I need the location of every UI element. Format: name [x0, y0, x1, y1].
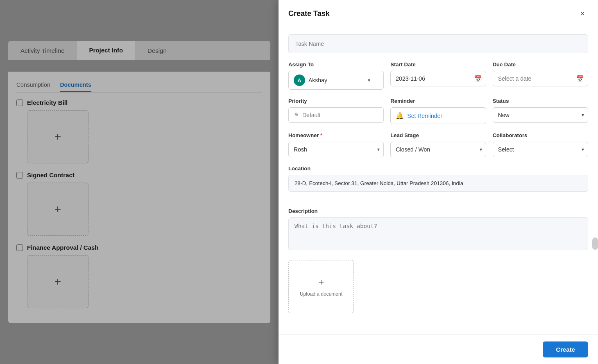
- description-group: Description: [288, 208, 588, 260]
- location-label: Location: [288, 165, 588, 172]
- create-task-modal: Create Task × Assign To A Akshay ▾ Start…: [279, 0, 598, 364]
- status-group: Status New In Progress Completed Closed …: [493, 98, 588, 124]
- description-textarea[interactable]: [288, 217, 588, 250]
- priority-select[interactable]: ⚑ Default: [288, 107, 384, 123]
- status-select-wrapper: New In Progress Completed Closed ▾: [493, 107, 588, 123]
- modal-header: Create Task ×: [279, 0, 598, 26]
- form-row-1: Assign To A Akshay ▾ Start Date 📅 Due Da…: [288, 61, 588, 90]
- form-row-3: Homeowner * Rosh ▾ Lead Stage New In Pro…: [288, 132, 588, 157]
- assign-to-value: Akshay: [308, 77, 327, 84]
- modal-footer: Create: [279, 335, 598, 364]
- status-select[interactable]: New In Progress Completed Closed: [493, 107, 588, 123]
- description-label: Description: [288, 208, 588, 214]
- priority-label: Priority: [288, 98, 384, 104]
- lead-stage-group: Lead Stage New In Progress Closed / Won …: [390, 132, 486, 157]
- form-row-2: Priority ⚑ Default Reminder 🔔 Set Remind…: [288, 98, 588, 124]
- upload-plus-icon: +: [318, 276, 324, 288]
- assign-to-select[interactable]: A Akshay ▾: [288, 71, 384, 90]
- reminder-icon: 🔔: [396, 112, 404, 120]
- assign-to-group: Assign To A Akshay ▾: [288, 61, 384, 90]
- modal-close-button[interactable]: ×: [577, 7, 588, 20]
- assign-to-label: Assign To: [288, 61, 384, 68]
- avatar: A: [294, 75, 305, 86]
- modal-title: Create Task: [288, 9, 330, 18]
- reminder-group: Reminder 🔔 Set Reminder: [390, 98, 486, 124]
- priority-value: Default: [302, 112, 320, 118]
- upload-doc-box[interactable]: + Upload a document: [288, 260, 354, 313]
- task-name-input[interactable]: [288, 34, 588, 53]
- start-date-wrapper: 📅: [390, 71, 486, 86]
- collaborators-select-wrapper: Select ▾: [493, 142, 588, 157]
- upload-doc-text: Upload a document: [300, 291, 342, 297]
- modal-body: Assign To A Akshay ▾ Start Date 📅 Due Da…: [279, 26, 598, 335]
- flag-icon: ⚑: [294, 112, 299, 118]
- reminder-label: Reminder: [390, 98, 486, 104]
- modal-overlay: [0, 0, 279, 364]
- create-button[interactable]: Create: [543, 341, 588, 357]
- start-date-input[interactable]: [390, 71, 486, 86]
- lead-stage-label: Lead Stage: [390, 132, 486, 138]
- reminder-value: Set Reminder: [407, 113, 442, 119]
- start-date-label: Start Date: [390, 61, 486, 68]
- location-group: Location: [288, 165, 588, 200]
- homeowner-select[interactable]: Rosh: [288, 142, 384, 157]
- collaborators-label: Collaborators: [493, 132, 588, 138]
- priority-group: Priority ⚑ Default: [288, 98, 384, 124]
- location-input[interactable]: [288, 175, 588, 192]
- lead-stage-select[interactable]: New In Progress Closed / Won Lost: [390, 142, 486, 157]
- due-date-group: Due Date 📅: [493, 61, 588, 90]
- due-date-label: Due Date: [493, 61, 588, 68]
- due-date-input[interactable]: [493, 71, 588, 86]
- homeowner-select-wrapper: Rosh ▾: [288, 142, 384, 157]
- homeowner-group: Homeowner * Rosh ▾: [288, 132, 384, 157]
- start-date-group: Start Date 📅: [390, 61, 486, 90]
- homeowner-label: Homeowner *: [288, 132, 384, 138]
- collaborators-select[interactable]: Select: [493, 142, 588, 157]
- required-indicator: *: [319, 132, 322, 138]
- due-date-wrapper: 📅: [493, 71, 588, 86]
- assign-chevron-icon: ▾: [368, 77, 370, 83]
- status-label: Status: [493, 98, 588, 104]
- lead-stage-select-wrapper: New In Progress Closed / Won Lost ▾: [390, 142, 486, 157]
- collaborators-group: Collaborators Select ▾: [493, 132, 588, 157]
- reminder-button[interactable]: 🔔 Set Reminder: [390, 107, 486, 124]
- scrollbar-handle[interactable]: [592, 237, 598, 250]
